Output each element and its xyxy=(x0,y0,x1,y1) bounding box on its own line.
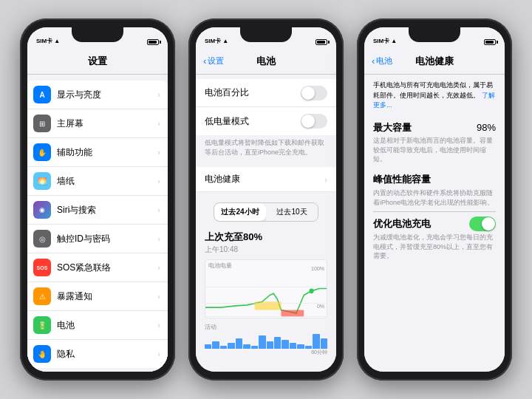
display-icon: A xyxy=(33,86,51,103)
back-chevron-3: ‹ xyxy=(372,56,375,66)
max-capacity-desc: 这是相对于新电池而言的电池容量。容量较低可能导致充电后，电池使用时间缩短。 xyxy=(364,136,505,168)
optimized-row: 优化电池充电 xyxy=(364,212,505,233)
chevron-icon: › xyxy=(157,119,160,128)
toggle-knob-2 xyxy=(301,115,315,128)
peak-capacity-desc: 内置的动态软件和硬件系统将协助克服随着iPhone电池化学老化出现的性能影响。 xyxy=(364,188,505,211)
battery-2 xyxy=(316,39,327,45)
nav-title-3: 电池健康 xyxy=(415,55,454,68)
chevron-icon: › xyxy=(157,177,160,185)
chevron-icon: › xyxy=(157,90,160,99)
notch-3 xyxy=(409,27,460,42)
screen-3: SIM卡 ▲ ‹ 电池 电池健康 手机电池与所有可充电电池类似，属于易耗部件。使… xyxy=(364,27,505,372)
list-item[interactable]: 🤚 隐私 › xyxy=(27,340,168,368)
battery-label: 电池 xyxy=(57,319,154,332)
wifi-icon-3: ▲ xyxy=(391,38,397,44)
wifi-icon-2: ▲ xyxy=(222,38,228,44)
exposure-icon: ⚠ xyxy=(33,287,51,305)
settings-list-1: A 显示与亮度 › ⊞ 主屏幕 › ✋ 辅助功能 › xyxy=(27,75,168,372)
nav-bar-2: ‹ 设置 电池 xyxy=(196,48,336,75)
signal-1: SIM卡 ▲ xyxy=(36,37,60,45)
health-top-desc: 手机电池与所有可充电电池类似，属于易耗部件。使用时间越长，充效越低。 了解更多.… xyxy=(364,75,505,117)
optimized-desc: 为减缓电池老化，充电会学习您每日的充电模式，并暂缓充至80%以上，直至您有需要。 xyxy=(364,233,505,265)
wallpaper-icon: 🌅 xyxy=(33,172,51,190)
touchid-icon: ◎ xyxy=(33,230,51,248)
chevron-icon: › xyxy=(157,263,160,272)
battery-3 xyxy=(484,39,496,45)
toggle-knob xyxy=(301,86,315,100)
low-power-row: 低电量模式 xyxy=(196,107,336,135)
optimized-toggle[interactable] xyxy=(469,216,496,231)
act-bar xyxy=(282,340,288,349)
percent-toggle[interactable] xyxy=(301,86,327,100)
list-item[interactable]: ⚠ 暴露通知 › xyxy=(27,282,168,311)
list-item[interactable]: ◉ Siri与搜索 › xyxy=(27,196,168,225)
battery-section: 电池百分比 低电量模式 xyxy=(196,79,336,135)
display-label: 显示与亮度 xyxy=(57,89,154,101)
act-bar xyxy=(243,344,250,349)
time-selector-wrapper: 过去24小时 过去10天 xyxy=(196,202,336,222)
sim-label-1: SIM卡 xyxy=(36,37,52,45)
battery-chart-svg xyxy=(205,270,327,318)
accessibility-icon: ✋ xyxy=(33,143,51,161)
time-selector: 过去24小时 过去10天 xyxy=(214,202,318,222)
phone-3: SIM卡 ▲ ‹ 电池 电池健康 手机电池与所有可充电电池类似，属于易耗部件。使… xyxy=(357,18,512,381)
nav-bar-1: 设置 xyxy=(27,48,168,75)
list-item[interactable]: 🌅 墙纸 › xyxy=(27,167,168,196)
list-item[interactable]: ✋ 辅助功能 › xyxy=(27,138,168,167)
signal-2: SIM卡 ▲ xyxy=(205,37,228,45)
accessibility-label: 辅助功能 xyxy=(57,146,154,159)
act-bar xyxy=(290,343,296,349)
chevron-icon: › xyxy=(157,148,160,157)
phone-2: SIM卡 ▲ ‹ 设置 电池 电池百分比 xyxy=(188,18,344,381)
act-bar xyxy=(220,346,227,349)
siri-label: Siri与搜索 xyxy=(57,204,154,216)
peak-capacity-title: 峰值性能容量 xyxy=(364,168,505,188)
list-item[interactable]: ◎ 触控ID与密码 › xyxy=(27,225,168,253)
section-main: A 显示与亮度 › ⊞ 主屏幕 › ✋ 辅助功能 › xyxy=(27,81,168,368)
touchid-label: 触控ID与密码 xyxy=(57,233,154,245)
health-chevron: › xyxy=(324,175,327,184)
notch-1 xyxy=(72,27,123,42)
act-bar xyxy=(313,334,319,349)
act-bar xyxy=(297,344,304,349)
lowpower-label: 低电量模式 xyxy=(205,115,301,128)
privacy-label: 隐私 xyxy=(57,348,154,361)
chart-label: 电池电量 xyxy=(208,262,232,270)
battery-icon-2 xyxy=(316,39,327,45)
charge-time: 上午10:48 xyxy=(205,245,327,255)
sim-label-3: SIM卡 xyxy=(373,37,389,45)
signal-3: SIM卡 ▲ xyxy=(373,37,397,45)
time-btn-24h[interactable]: 过去24小时 xyxy=(214,203,266,221)
max-capacity-row: 最大容量 98% xyxy=(364,117,505,136)
phone-1: SIM卡 ▲ 设置 A 显示与亮度 › xyxy=(20,18,175,381)
act-bar xyxy=(212,341,219,349)
time-btn-10d[interactable]: 过去10天 xyxy=(266,203,318,221)
nav-title-2: 电池 xyxy=(256,55,276,68)
list-item[interactable]: ⊞ 主屏幕 › xyxy=(27,109,168,138)
nav-bar-3: ‹ 电池 电池健康 xyxy=(364,48,505,75)
toggle-knob-opt xyxy=(482,217,495,231)
battery-fill-1 xyxy=(149,41,157,44)
back-button-3[interactable]: ‹ 电池 xyxy=(372,55,392,66)
battery-1 xyxy=(147,39,159,45)
list-item[interactable]: 🔋 电池 › xyxy=(27,311,168,340)
percent-label: 电池百分比 xyxy=(205,86,301,99)
exposure-label: 暴露通知 xyxy=(57,290,154,303)
battery-chart-area: 电池电量 100% 0% xyxy=(205,259,327,318)
back-label-3: 电池 xyxy=(376,55,392,66)
chevron-icon: › xyxy=(157,292,160,301)
activity-bar-area xyxy=(205,331,327,349)
battery-icon: 🔋 xyxy=(33,316,51,334)
sos-icon: SOS xyxy=(33,259,51,276)
list-item[interactable]: SOS SOS紧急联络 › xyxy=(27,253,168,282)
act-bar xyxy=(267,341,273,349)
battery-health-row[interactable]: 电池健康 › xyxy=(196,167,336,192)
wifi-icon-1: ▲ xyxy=(54,38,60,44)
battery-fill-3 xyxy=(485,41,494,44)
list-item[interactable]: A 显示与亮度 › xyxy=(27,81,168,109)
back-button-2[interactable]: ‹ 设置 xyxy=(203,55,224,66)
svg-rect-0 xyxy=(282,310,304,317)
wallpaper-label: 墙纸 xyxy=(57,175,154,188)
chevron-icon: › xyxy=(157,234,160,243)
lowpower-toggle[interactable] xyxy=(301,114,327,129)
